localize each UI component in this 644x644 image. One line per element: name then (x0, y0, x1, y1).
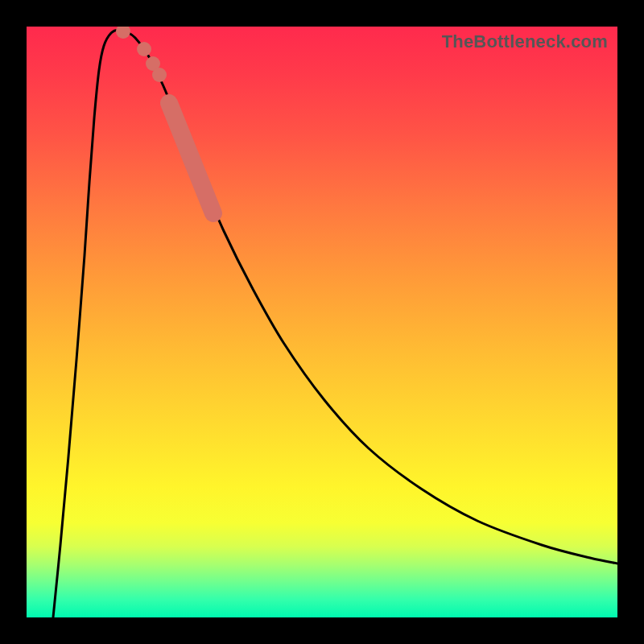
marker-streak (169, 103, 213, 213)
chart-frame: TheBottleneck.com (0, 0, 644, 644)
attribution-text: TheBottleneck.com (442, 31, 608, 52)
marker-dot (116, 27, 130, 39)
marker-dot (137, 42, 151, 56)
markers-group (116, 27, 213, 213)
curve-path (53, 30, 617, 617)
marker-dot (152, 68, 167, 82)
curve-layer (27, 27, 617, 617)
plot-area: TheBottleneck.com (27, 27, 617, 617)
marker-dot (146, 56, 160, 71)
